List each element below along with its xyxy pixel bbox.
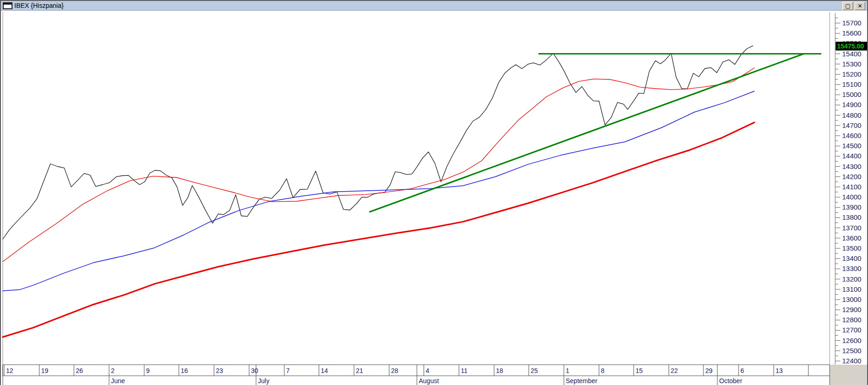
x-date-label: 15	[636, 367, 643, 374]
y-axis-label: 14700	[842, 121, 862, 129]
y-axis-label: 15300	[842, 60, 862, 68]
y-axis-label: 12800	[842, 316, 862, 324]
y-axis-label: 14400	[842, 152, 862, 160]
y-axis-label: 13600	[842, 234, 862, 242]
price-chart-canvas[interactable]: 1570015600155001540015300152001510015000…	[1, 11, 867, 385]
window-icon	[3, 2, 12, 9]
y-axis-label: 15000	[842, 90, 862, 98]
last-price-value: 15475.00	[837, 42, 864, 50]
x-date-label: 4	[426, 367, 429, 374]
y-axis-label: 12600	[842, 337, 862, 344]
x-month-label: June	[111, 377, 125, 385]
y-axis-label: 15700	[842, 19, 862, 27]
y-axis-label: 15200	[842, 70, 862, 78]
close-button[interactable]: ✕	[855, 2, 865, 10]
y-axis-label: 14000	[842, 193, 862, 201]
y-axis-label: 12400	[842, 357, 862, 365]
chart-window: IBEX {Hiszpania} ▢ ✕ 1570015600155001540…	[0, 0, 868, 385]
maximize-icon: ▢	[845, 3, 850, 9]
maximize-button[interactable]: ▢	[843, 2, 853, 10]
y-axis-label: 12900	[842, 306, 862, 313]
window-title: IBEX {Hiszpania}	[14, 1, 64, 11]
x-date-label: 18	[496, 367, 503, 374]
y-axis-label: 12500	[842, 347, 862, 355]
y-axis-label: 15600	[842, 29, 862, 37]
y-axis-label: 14100	[842, 183, 862, 191]
window-titlebar[interactable]: IBEX {Hiszpania} ▢ ✕	[1, 1, 867, 11]
x-date-label: 23	[216, 367, 223, 374]
x-date-label: 22	[671, 367, 678, 374]
y-axis-label: 13000	[842, 295, 862, 303]
x-date-label: 16	[181, 367, 188, 374]
x-date-label: 9	[146, 367, 150, 374]
x-month-label: September	[566, 377, 598, 385]
corner-filler	[830, 365, 867, 385]
x-date-label: 8	[601, 367, 605, 374]
x-month-label: August	[419, 377, 439, 385]
y-axis-label: 13800	[842, 213, 862, 221]
y-axis-label: 14800	[842, 111, 862, 119]
x-date-label: 7	[286, 367, 290, 374]
chart-background	[1, 11, 867, 385]
y-axis-label: 13900	[842, 203, 862, 211]
y-axis-label: 13300	[842, 265, 862, 272]
y-axis-label: 14900	[842, 101, 862, 108]
window-controls: ▢ ✕	[842, 1, 866, 11]
y-axis-label: 14300	[842, 162, 862, 170]
y-axis-label: 12700	[842, 326, 862, 334]
x-month-label: October	[719, 377, 742, 385]
x-date-label: 1	[566, 367, 569, 374]
y-axis-label: 13400	[842, 254, 862, 262]
y-axis-label: 13500	[842, 244, 862, 252]
x-date-label: 21	[356, 367, 363, 374]
x-date-label: 6	[740, 367, 744, 374]
close-icon: ✕	[857, 3, 862, 9]
chart-area[interactable]: 1570015600155001540015300152001510015000…	[1, 11, 867, 384]
y-axis-label: 14600	[842, 132, 862, 139]
x-date-label: 26	[76, 367, 83, 374]
x-date-label: 30	[251, 367, 258, 374]
y-axis-label: 15100	[842, 80, 862, 88]
x-date-label: 25	[531, 367, 538, 374]
y-axis-label: 13100	[842, 285, 862, 293]
y-axis-label: 13200	[842, 275, 862, 283]
y-axis-label: 15400	[842, 50, 862, 58]
x-month-label: July	[258, 377, 269, 385]
x-date-label: 12	[6, 367, 13, 374]
x-date-label: 19	[41, 367, 49, 374]
x-date-label: 14	[321, 367, 328, 374]
y-axis-label: 13700	[842, 224, 862, 232]
x-date-label: 11	[461, 367, 468, 374]
y-axis-label: 14200	[842, 173, 862, 180]
y-axis-label: 14500	[842, 142, 862, 150]
x-date-label: 13	[776, 367, 783, 374]
x-date-label: 29	[705, 367, 713, 374]
x-date-label: 2	[111, 367, 115, 374]
x-date-label: 28	[391, 367, 398, 374]
